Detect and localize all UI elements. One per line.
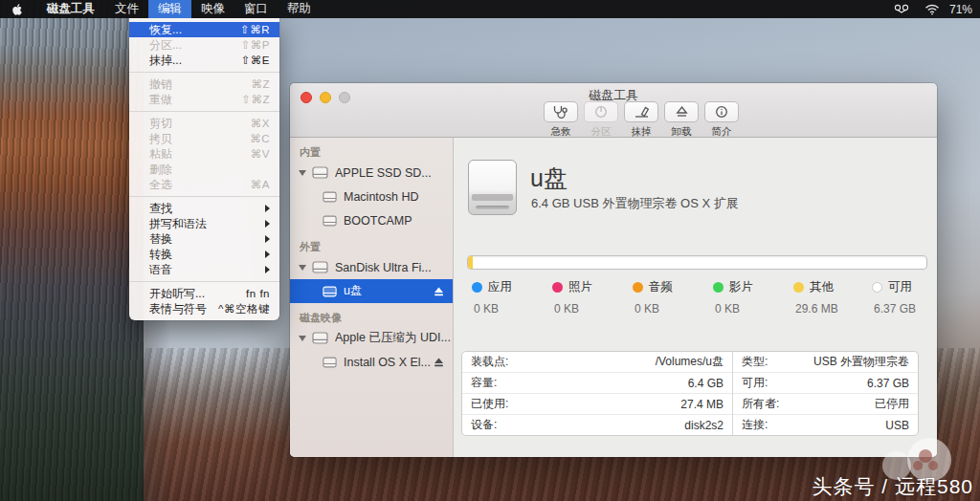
menu-item-restore[interactable]: 恢复...⇧⌘R	[129, 22, 279, 37]
sidebar-section-disk-images: 磁盘映像	[290, 309, 453, 326]
edit-menu-dropdown: 恢复...⇧⌘R 分区...⇧⌘P 抹掉...⇧⌘E 撤销⌘Z 重做⇧⌘Z 剪切…	[129, 18, 279, 320]
info-row-mountpoint: 装载点:/Volumes/u盘	[462, 352, 732, 373]
menu-bar: 磁盘工具 文件 编辑 映像 窗口 帮助 71%	[0, 0, 980, 18]
menu-item-dictation[interactable]: 开始听写...fn fn	[129, 286, 279, 301]
eject-icon[interactable]	[434, 358, 444, 367]
info-row-capacity: 容量:6.4 GB	[462, 373, 732, 394]
menu-item-cut: 剪切⌘X	[129, 116, 279, 131]
battery-percent[interactable]: 71%	[947, 3, 978, 16]
device-sidebar: 内置 APPLE SSD SD... Macintosh HD BOOTCAMP…	[290, 138, 454, 457]
wifi-icon[interactable]	[917, 0, 947, 18]
apple-icon	[11, 3, 23, 16]
volume-info-table: 装载点:/Volumes/u盘 容量:6.4 GB 已使用:27.4 MB 设备…	[461, 351, 919, 436]
legend-other: 其他 29.6 MB	[793, 279, 838, 316]
legend-apps: 应用 0 KB	[472, 279, 512, 316]
usage-other-segment	[468, 256, 473, 269]
legend-dot-available	[872, 282, 882, 293]
menu-separator	[129, 196, 279, 197]
menu-separator	[129, 111, 279, 112]
legend-movies: 影片 0 KB	[713, 279, 753, 316]
menubar-item-file[interactable]: 文件	[105, 0, 148, 18]
partition-button: 分区	[584, 101, 618, 139]
info-row-device: 设备:disk2s2	[462, 415, 732, 435]
sidebar-section-external: 外置	[290, 238, 453, 255]
drive-icon	[312, 166, 328, 179]
eject-icon	[675, 105, 689, 119]
submenu-arrow-icon	[265, 250, 270, 258]
menubar-app-name[interactable]: 磁盘工具	[36, 0, 105, 18]
menu-item-substitutions[interactable]: 替换	[129, 231, 279, 247]
menu-item-select-all: 全选⌘A	[129, 177, 279, 192]
menu-item-redo: 重做⇧⌘Z	[129, 92, 279, 107]
window-titlebar[interactable]: 磁盘工具 急救 分区 抹掉 卸载 简介	[290, 83, 937, 138]
volume-detail-pane: u盘 6.4 GB USB 外置物理宗卷 OS X 扩展 应用 0 KB 照片 …	[454, 138, 937, 457]
legend-dot-movies	[713, 282, 724, 293]
sidebar-section-internal: 内置	[290, 143, 453, 161]
menu-item-speech[interactable]: 语音	[129, 262, 279, 277]
volume-subtitle: 6.4 GB USB 外置物理宗卷 OS X 扩展	[531, 195, 739, 212]
menubar-item-window[interactable]: 窗口	[234, 0, 278, 18]
legend-dot-other	[793, 282, 804, 293]
info-row-used: 已使用:27.4 MB	[462, 394, 732, 415]
storage-legend: 应用 0 KB 照片 0 KB 音频 0 KB 影片 0 KB 其他 29.	[454, 279, 937, 323]
disk-utility-window: 磁盘工具 急救 分区 抹掉 卸载 简介	[290, 83, 937, 457]
sidebar-item-apple-udi[interactable]: Apple 已压缩为 UDI...	[290, 326, 453, 350]
sidebar-item-usb-volume[interactable]: u盘	[290, 279, 453, 303]
menu-item-partition: 分区...⇧⌘P	[129, 37, 279, 53]
info-button[interactable]: 简介	[704, 101, 739, 139]
menubar-item-help[interactable]: 帮助	[278, 0, 321, 18]
submenu-arrow-icon	[265, 266, 270, 273]
info-row-owner: 所有者:已停用	[733, 394, 918, 415]
volume-icon	[323, 215, 337, 227]
menu-separator	[129, 281, 279, 282]
sidebar-item-bootcamp[interactable]: BOOTCAMP	[290, 208, 453, 232]
info-row-type: 类型:USB 外置物理宗卷	[733, 352, 918, 373]
sidebar-item-sandisk[interactable]: SanDisk Ultra Fi...	[290, 255, 453, 279]
wallpaper-cliff	[0, 0, 144, 501]
menu-separator	[129, 72, 279, 73]
stethoscope-icon	[552, 105, 569, 119]
storage-usage-bar	[467, 255, 927, 270]
disclosure-triangle-icon[interactable]	[299, 336, 306, 341]
volume-title: u盘	[530, 163, 568, 194]
volume-icon	[323, 191, 337, 203]
submenu-arrow-icon	[265, 205, 270, 212]
submenu-arrow-icon	[265, 220, 270, 228]
erase-button[interactable]: 抹掉	[624, 101, 658, 139]
menu-item-paste: 粘贴⌘V	[129, 146, 279, 162]
menu-item-undo: 撤销⌘Z	[129, 76, 279, 92]
eject-icon[interactable]	[434, 287, 444, 296]
partition-icon	[593, 105, 609, 119]
window-toolbar: 急救 分区 抹掉 卸载 简介	[544, 101, 739, 139]
info-row-available: 可用:6.37 GB	[733, 373, 918, 394]
menu-item-delete: 删除	[129, 162, 279, 177]
disclosure-triangle-icon[interactable]	[299, 265, 306, 271]
info-row-connection: 连接:USB	[733, 415, 918, 435]
volume-icon	[323, 357, 337, 368]
menubar-item-edit[interactable]: 编辑	[148, 0, 191, 18]
legend-dot-photos	[552, 282, 563, 293]
info-icon	[714, 105, 729, 119]
menubar-item-images[interactable]: 映像	[191, 0, 234, 18]
legend-dot-apps	[472, 282, 482, 293]
sidebar-item-apple-ssd[interactable]: APPLE SSD SD...	[290, 161, 453, 185]
menu-item-spelling[interactable]: 拼写和语法	[129, 216, 279, 231]
apple-menu[interactable]	[0, 0, 36, 18]
menu-item-transformations[interactable]: 转换	[129, 247, 279, 262]
erase-icon	[634, 105, 650, 119]
usb-drive-icon	[468, 160, 517, 215]
legend-dot-audio	[633, 282, 643, 293]
watermark-text: 头条号 / 远程580	[812, 473, 973, 500]
first-aid-button[interactable]: 急救	[544, 101, 578, 139]
menu-item-erase[interactable]: 抹掉...⇧⌘E	[129, 53, 279, 68]
menu-item-copy: 拷贝⌘C	[129, 131, 279, 146]
disk-image-icon	[312, 332, 328, 344]
submenu-arrow-icon	[265, 235, 270, 243]
drone-status-icon[interactable]	[886, 0, 917, 18]
unmount-button[interactable]: 卸载	[664, 101, 699, 139]
menu-item-emoji[interactable]: 表情与符号^⌘空格键	[129, 301, 279, 316]
disclosure-triangle-icon[interactable]	[299, 170, 306, 176]
menu-item-find[interactable]: 查找	[129, 201, 279, 216]
sidebar-item-macintosh-hd[interactable]: Macintosh HD	[290, 185, 453, 208]
sidebar-item-install-osx[interactable]: Install OS X El...	[290, 350, 453, 374]
